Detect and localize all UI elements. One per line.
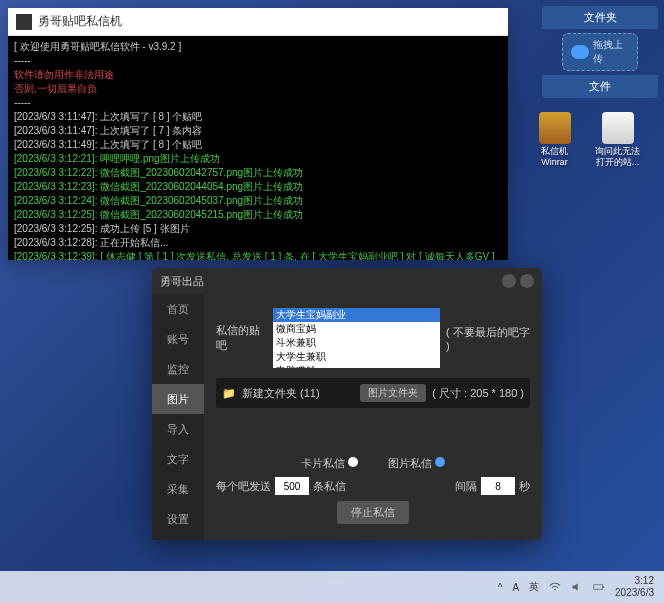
send-count-input[interactable] xyxy=(275,477,309,495)
radio-pic[interactable] xyxy=(435,457,445,467)
upload-panel-header: 文件夹 xyxy=(542,6,658,29)
lang-indicator-a[interactable]: A xyxy=(512,582,519,593)
tieba-listbox[interactable]: 大学生宝妈副业微商宝妈斗米兼职大学生兼职电脑赚钱 xyxy=(273,308,440,368)
send-prefix: 每个吧发送 xyxy=(216,479,271,494)
folder-button[interactable]: 图片文件夹 xyxy=(360,384,426,402)
console-line: [2023/6/3 3:11:47]: 上次填写了 [ 7 ] 条内容 xyxy=(14,124,502,138)
sidebar-item-2[interactable]: 监控 xyxy=(152,354,204,384)
lang-indicator-b[interactable]: 英 xyxy=(529,580,539,594)
send-suffix: 条私信 xyxy=(313,479,346,494)
upload-panel: 文件夹 拖拽上传 文件 xyxy=(542,6,658,98)
battery-icon[interactable] xyxy=(593,581,605,593)
console-line: [2023/6/3 3:11:47]: 上次填写了 [ 8 ] 个贴吧 xyxy=(14,110,502,124)
minimize-icon[interactable] xyxy=(502,274,516,288)
console-line: [2023/6/3 3:12:24]: 微信截图_20230602045037.… xyxy=(14,194,502,208)
console-line: 软件请勿用作非法用途 xyxy=(14,68,502,82)
interval-unit: 秒 xyxy=(519,479,530,494)
tieba-hint: ( 不要最后的吧字 ) xyxy=(446,325,530,352)
list-item[interactable]: 大学生宝妈副业 xyxy=(273,308,440,322)
console-line: [2023/6/3 3:12:23]: 微信截图_20230602044054.… xyxy=(14,180,502,194)
console-line: [ 欢迎使用勇哥贴吧私信软件 - v3.9.2 ] xyxy=(14,40,502,54)
sidebar-item-1[interactable]: 账号 xyxy=(152,324,204,354)
sidebar-item-6[interactable]: 采集 xyxy=(152,474,204,504)
console-line: [2023/6/3 3:12:28]: 正在开始私信... xyxy=(14,236,502,250)
sidebar-item-5[interactable]: 文字 xyxy=(152,444,204,474)
console-title: 勇哥贴吧私信机 xyxy=(38,13,122,30)
console-line: [2023/6/3 3:12:25]: 微信截图_20230602045215.… xyxy=(14,208,502,222)
settings-window: 勇哥出品 首页账号监控图片导入文字采集设置 私信的贴吧 大学生宝妈副业微商宝妈斗… xyxy=(152,268,542,540)
settings-sidebar: 首页账号监控图片导入文字采集设置 xyxy=(152,294,204,540)
rar-icon xyxy=(539,112,571,144)
console-output: [ 欢迎使用勇哥贴吧私信软件 - v3.9.2 ]-----软件请勿用作非法用途… xyxy=(8,36,508,260)
list-item[interactable]: 斗米兼职 xyxy=(273,336,440,350)
console-line: 否则,一切后果自负 xyxy=(14,82,502,96)
cloud-icon xyxy=(571,45,589,59)
settings-content: 私信的贴吧 大学生宝妈副业微商宝妈斗米兼职大学生兼职电脑赚钱 ( 不要最后的吧字… xyxy=(204,294,542,540)
app-file-icon xyxy=(602,112,634,144)
console-line: ----- xyxy=(14,54,502,68)
taskbar-clock[interactable]: 3:12 2023/6/3 xyxy=(615,575,654,599)
sidebar-item-0[interactable]: 首页 xyxy=(152,294,204,324)
interval-input[interactable] xyxy=(481,477,515,495)
svg-rect-0 xyxy=(594,585,603,590)
sidebar-item-3[interactable]: 图片 xyxy=(152,384,204,414)
chevron-up-icon[interactable]: ^ xyxy=(498,582,503,593)
folder-label: 新建文件夹 (11) xyxy=(242,386,354,401)
svg-rect-1 xyxy=(603,586,605,588)
list-item[interactable]: 大学生兼职 xyxy=(273,350,440,364)
list-item[interactable]: 微商宝妈 xyxy=(273,322,440,336)
sidebar-item-4[interactable]: 导入 xyxy=(152,414,204,444)
sidebar-item-7[interactable]: 设置 xyxy=(152,504,204,534)
desktop-icon-app[interactable]: 询问此无法打开的站... xyxy=(595,112,640,168)
volume-icon[interactable] xyxy=(571,581,583,593)
console-line: [2023/6/3 3:12:39]: [ 休志健 ] 第 [ 1 ] 次发送私… xyxy=(14,250,502,260)
desktop-icons: 私信机Winrar 询问此无法打开的站... xyxy=(532,112,640,168)
console-window: 勇哥贴吧私信机 [ 欢迎使用勇哥贴吧私信软件 - v3.9.2 ]-----软件… xyxy=(8,8,508,260)
console-titlebar[interactable]: 勇哥贴吧私信机 xyxy=(8,8,508,36)
wifi-icon[interactable] xyxy=(549,581,561,593)
interval-label: 间隔 xyxy=(455,479,477,494)
upload-panel-footer: 文件 xyxy=(542,75,658,98)
radio-pic-label: 图片私信 xyxy=(388,457,432,469)
console-line: ----- xyxy=(14,96,502,110)
app-icon xyxy=(16,14,32,30)
console-line: [2023/6/3 3:12:22]: 微信截图_20230602042757.… xyxy=(14,166,502,180)
console-line: [2023/6/3 3:11:49]: 上次填写了 [ 8 ] 个贴吧 xyxy=(14,138,502,152)
radio-card-label: 卡片私信 xyxy=(301,457,345,469)
taskbar[interactable]: ^ A 英 3:12 2023/6/3 xyxy=(0,571,664,603)
console-line: [2023/6/3 3:12:21]: 呷哩呷哩.png图片上传成功 xyxy=(14,152,502,166)
close-icon[interactable] xyxy=(520,274,534,288)
tieba-label: 私信的贴吧 xyxy=(216,323,267,353)
desktop-icon-rar[interactable]: 私信机Winrar xyxy=(532,112,577,168)
settings-title: 勇哥出品 xyxy=(160,274,204,289)
stop-button[interactable]: 停止私信 xyxy=(337,501,409,524)
console-line: [2023/6/3 3:12:25]: 成功上传 [5 ] 张图片 xyxy=(14,222,502,236)
list-item[interactable]: 电脑赚钱 xyxy=(273,364,440,368)
upload-text: 拖拽上传 xyxy=(593,38,629,66)
folder-icon: 📁 xyxy=(222,387,236,400)
folder-size: ( 尺寸 : 205 * 180 ) xyxy=(432,386,524,401)
upload-button[interactable]: 拖拽上传 xyxy=(562,33,638,71)
radio-card[interactable] xyxy=(348,457,358,467)
settings-header[interactable]: 勇哥出品 xyxy=(152,268,542,294)
